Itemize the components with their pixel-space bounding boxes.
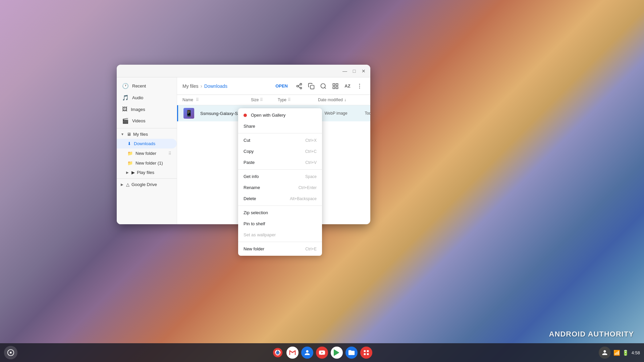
context-pin-to-shelf[interactable]: Pin to shelf	[238, 218, 322, 229]
share-button[interactable]	[294, 81, 305, 92]
taskbar-files[interactable]	[345, 347, 358, 359]
sidebar-item-audio[interactable]: 🎵 Audio	[117, 92, 177, 104]
file-list-header: Name ⠿ Size ⠿ Type ⠿ Date modified ↓	[177, 95, 370, 105]
images-icon: 🖼	[122, 106, 127, 112]
svg-rect-9	[336, 83, 338, 85]
sidebar-my-files-header[interactable]: ▼ 🖥 My files	[117, 130, 177, 139]
sidebar-separator-2	[117, 178, 177, 179]
breadcrumb-current: Downloads	[204, 83, 227, 89]
taskbar-app7[interactable]	[360, 347, 372, 359]
cut-shortcut: Ctrl+X	[305, 138, 317, 143]
context-copy[interactable]: Copy Ctrl+C	[238, 146, 322, 157]
context-item-left: Open with Gallery	[244, 113, 285, 118]
svg-rect-23	[364, 350, 366, 352]
sidebar-item-videos[interactable]: 🎬 Videos	[117, 115, 177, 127]
sidebar-google-drive-header[interactable]: ▶ △ Google Drive	[117, 180, 177, 189]
svg-rect-11	[336, 86, 338, 88]
context-zip-selection[interactable]: Zip selection	[238, 207, 322, 218]
context-delete[interactable]: Delete Alt+Backspace	[238, 193, 322, 204]
toolbar: My files › Downloads OPEN	[177, 77, 370, 95]
grid-view-button[interactable]	[330, 81, 341, 92]
minimize-button[interactable]: —	[341, 68, 348, 74]
column-size[interactable]: Size	[251, 98, 259, 102]
maximize-button[interactable]: □	[351, 68, 358, 74]
copy-button[interactable]	[306, 81, 317, 92]
taskbar-youtube[interactable]	[316, 347, 328, 359]
column-name-sort-icon: ⠿	[196, 98, 199, 102]
taskbar-center	[272, 347, 372, 359]
sidebar-item-new-folder-1[interactable]: 📁 New folder (1)	[117, 158, 177, 168]
recent-icon: 🕐	[122, 83, 129, 89]
new-folder-icon: 📁	[127, 151, 133, 156]
breadcrumb-root[interactable]: My files	[182, 83, 198, 89]
sort-button[interactable]: AZ	[342, 81, 353, 92]
paste-shortcut: Ctrl+V	[305, 160, 317, 165]
context-share[interactable]: Share	[238, 121, 322, 132]
taskbar-play[interactable]	[331, 347, 343, 359]
taskbar-family[interactable]	[301, 347, 313, 359]
svg-rect-26	[367, 353, 369, 355]
title-bar: — □ ✕	[117, 65, 370, 77]
gallery-dot-icon	[244, 114, 247, 117]
taskbar-left	[4, 346, 17, 359]
svg-rect-24	[367, 350, 369, 352]
my-files-icon: 🖥	[127, 132, 131, 137]
sidebar-item-new-folder[interactable]: 📁 New folder ⠿	[117, 148, 177, 158]
file-icon: 📱	[183, 108, 194, 119]
file-date: Today 4:54 PM	[365, 111, 370, 116]
launcher-button[interactable]	[4, 346, 17, 359]
audio-icon: 🎵	[122, 95, 129, 101]
new-folder-1-icon: 📁	[127, 161, 133, 166]
sidebar-separator-1	[117, 128, 177, 128]
svg-point-13	[359, 85, 360, 86]
column-date-sort-icon: ↓	[344, 98, 346, 102]
open-button[interactable]: OPEN	[271, 81, 292, 90]
taskbar: 📶 🔋 4:58	[0, 343, 644, 362]
expand-arrow-icon: ▼	[121, 132, 124, 136]
search-button[interactable]	[318, 81, 329, 92]
context-separator-4	[238, 242, 322, 242]
speaker-avatar[interactable]	[599, 347, 611, 359]
drag-handle-icon: ⠿	[168, 151, 171, 156]
column-type-sort-icon: ⠿	[288, 98, 291, 102]
context-open-with-gallery[interactable]: Open with Gallery	[238, 110, 322, 121]
context-paste[interactable]: Paste Ctrl+V	[238, 157, 322, 168]
svg-point-16	[10, 352, 12, 354]
context-menu: Open with Gallery Share Cut Ctrl+X Copy …	[238, 108, 322, 256]
context-get-info[interactable]: Get info Space	[238, 171, 322, 182]
taskbar-chrome[interactable]	[272, 347, 284, 359]
context-new-folder[interactable]: New folder Ctrl+E	[238, 243, 322, 254]
column-date[interactable]: Date modified	[318, 98, 343, 102]
new-folder-shortcut: Ctrl+E	[305, 247, 317, 251]
context-rename[interactable]: Rename Ctrl+Enter	[238, 182, 322, 193]
toolbar-actions: OPEN	[271, 81, 365, 92]
svg-rect-25	[364, 353, 366, 355]
delete-shortcut: Alt+Backspace	[290, 196, 317, 201]
context-separator-1	[238, 133, 322, 133]
context-separator-3	[238, 205, 322, 206]
sidebar-item-images[interactable]: 🖼 Images	[117, 104, 177, 115]
sidebar-item-recent[interactable]: 🕐 Recent	[117, 80, 177, 92]
sidebar: 🕐 Recent 🎵 Audio 🖼 Images 🎬 Videos ▼	[117, 77, 177, 224]
breadcrumb: My files › Downloads	[182, 83, 268, 89]
column-type[interactable]: Type	[278, 98, 286, 102]
sidebar-item-downloads[interactable]: ⬇ Downloads	[117, 139, 177, 148]
svg-point-2	[300, 87, 302, 89]
svg-point-1	[297, 85, 299, 87]
google-drive-arrow-icon: ▶	[121, 183, 123, 186]
taskbar-gmail[interactable]	[286, 347, 299, 359]
close-button[interactable]: ✕	[360, 68, 367, 74]
time: 4:58	[632, 350, 640, 355]
svg-point-14	[359, 87, 360, 88]
svg-line-7	[325, 87, 326, 88]
time-display[interactable]: 4:58	[632, 350, 640, 355]
context-separator-2	[238, 169, 322, 170]
get-info-shortcut: Space	[305, 174, 317, 179]
more-options-button[interactable]	[354, 81, 365, 92]
breadcrumb-separator: ›	[200, 83, 202, 89]
column-name[interactable]: Name	[182, 98, 193, 102]
svg-rect-10	[333, 86, 335, 88]
context-cut[interactable]: Cut Ctrl+X	[238, 135, 322, 146]
sidebar-item-play-files[interactable]: ▶ ▶ Play files	[117, 168, 177, 177]
svg-point-12	[359, 83, 360, 84]
